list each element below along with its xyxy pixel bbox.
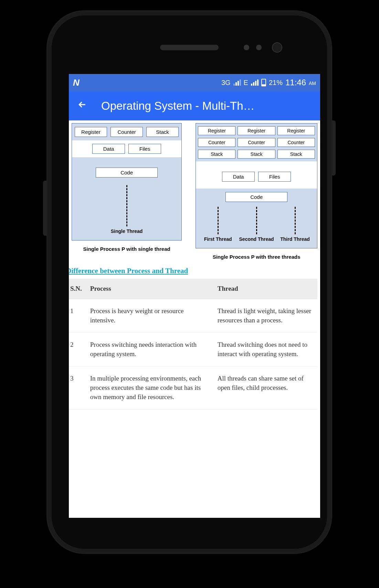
diag-cell: Register [238,126,275,135]
comparison-table: S.N. Process Thread 1 Process is heavy w… [69,279,317,409]
clock-ampm: AM [309,81,316,86]
arrow-left-icon [77,99,87,110]
cell-process: Process switching needs interaction with… [86,333,213,366]
battery-icon [261,79,266,86]
diagram-caption: Single Process P with single thread [83,240,170,255]
power-button [331,120,336,175]
phone-bezel: N 3G E [52,15,327,549]
diag-cell: Register [277,126,315,135]
diag-cell: Code [96,168,158,178]
network-type-1: 3G [221,79,231,87]
thread-label: Single Thread [75,226,179,236]
thread-line-icon [218,207,219,234]
diagram-caption: Single Process P with three threads [213,248,301,263]
content-area[interactable]: Register Counter Stack Data Files Code [69,120,320,409]
battery-percent: 21% [269,79,283,87]
phone-sensors [244,45,262,50]
cell-process: In multiple processing environments, eac… [86,366,213,409]
cell-sn: 2 [69,333,86,366]
diag-cell: Register [198,126,235,135]
volume-button [43,181,47,236]
diag-cell: Data [222,172,255,182]
table-row: 2 Process switching needs interaction wi… [69,333,317,366]
table-header-sn: S.N. [69,279,86,299]
diag-cell: Code [225,192,287,202]
table-row: 3 In multiple processing environments, e… [69,366,317,409]
table-header-process: Process [86,279,213,299]
screen: N 3G E [69,74,320,518]
diag-cell: Stack [277,150,315,159]
table-header-thread: Thread [213,279,317,299]
diagram-row: Register Counter Stack Data Files Code [69,120,320,263]
cell-thread: Thread is light weight, taking lesser re… [213,299,317,333]
phone-frame: N 3G E [46,10,332,554]
diag-cell: Data [92,144,125,154]
diagram-multi-thread: Register Counter Stack Register Counter … [196,123,317,263]
thread-line-icon [295,207,296,234]
cell-thread: Thread switching does not need to intera… [213,333,317,366]
diag-cell: Register [75,127,107,137]
diagram-single-thread: Register Counter Stack Data Files Code [72,123,182,263]
diag-cell: Counter [110,127,143,137]
thread-label: Second Thread [237,234,276,244]
phone-camera [272,42,282,53]
android-n-icon: N [73,77,80,88]
app-bar: Operating System - Multi-Th… [69,91,320,120]
cell-process: Process is heavy weight or resource inte… [86,299,213,333]
diag-cell: Counter [277,138,315,147]
thread-line-icon [256,207,257,234]
signal-icon-2 [251,79,259,86]
back-button[interactable] [77,99,87,113]
diag-cell: Counter [198,138,235,147]
network-type-2: E [244,79,248,87]
thread-label: Third Thread [276,234,314,244]
diag-cell: Files [258,172,291,182]
page-title: Operating System - Multi-Th… [101,99,255,113]
phone-speaker [160,45,219,50]
thread-label: First Thread [199,234,237,244]
section-heading[interactable]: Difference between Process and Thread [69,263,320,279]
cell-sn: 3 [69,366,86,409]
signal-icon-1 [233,79,241,86]
diag-cell: Files [128,144,161,154]
diag-cell: Counter [238,138,275,147]
diag-cell: Stack [238,150,275,159]
table-row: 1 Process is heavy weight or resource in… [69,299,317,333]
cell-sn: 1 [69,299,86,333]
diag-cell: Stack [198,150,235,159]
clock-time: 11:46 [285,78,306,87]
thread-line-icon [126,185,127,226]
diag-cell: Stack [146,127,179,137]
cell-thread: All threads can share same set of open f… [213,366,317,409]
status-bar: N 3G E [69,74,320,91]
